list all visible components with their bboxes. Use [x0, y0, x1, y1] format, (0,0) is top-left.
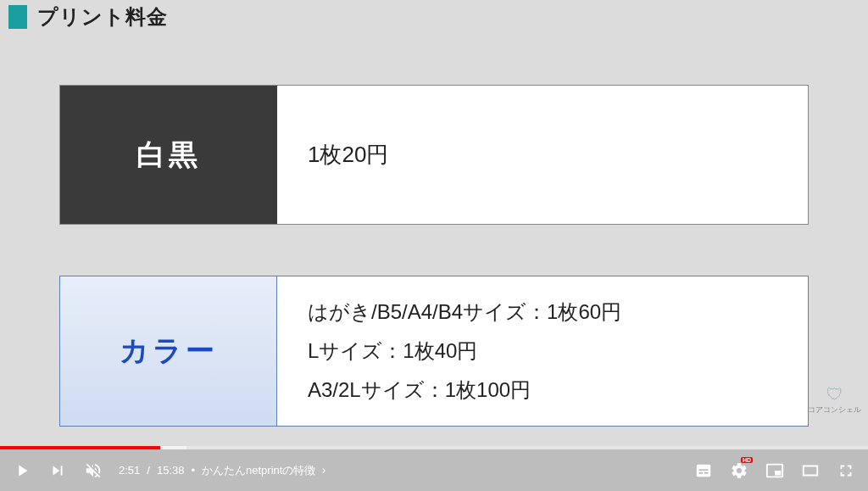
- color-label: カラー: [60, 276, 277, 426]
- mute-icon: [84, 461, 103, 480]
- miniplayer-button[interactable]: [765, 460, 785, 481]
- video-frame[interactable]: プリント料金 白黒 1枚20円 カラー はがき/B5/A4/B4サイズ：1枚60…: [0, 0, 868, 449]
- theater-button[interactable]: [800, 460, 821, 481]
- watermark-text: コアコンシェル: [808, 405, 861, 416]
- chapter-separator: •: [191, 464, 195, 477]
- right-controls: HD: [693, 460, 856, 481]
- shield-icon: 🛡: [826, 385, 843, 405]
- miniplayer-icon: [765, 461, 784, 480]
- subtitles-button[interactable]: [693, 460, 714, 481]
- channel-watermark[interactable]: 🛡 コアコンシェル: [808, 385, 861, 416]
- time-display: 2:51 / 15:38 • かんたんnetprintの特徴: [119, 463, 329, 478]
- progress-played: [0, 446, 160, 449]
- color-price-2: Lサイズ：1枚40円: [308, 338, 808, 365]
- mute-button[interactable]: [83, 460, 103, 481]
- next-icon: [48, 461, 67, 480]
- price-row-bw: 白黒 1枚20円: [59, 85, 809, 225]
- theater-icon: [801, 461, 820, 480]
- progress-loaded: [160, 446, 186, 449]
- chapter-button[interactable]: かんたんnetprintの特徴: [202, 463, 329, 478]
- header-accent: [8, 5, 27, 29]
- fullscreen-button[interactable]: [836, 460, 856, 481]
- color-price-1: はがき/B5/A4/B4サイズ：1枚60円: [308, 299, 808, 326]
- gear-icon: [730, 461, 748, 480]
- time-separator: /: [147, 464, 150, 477]
- chevron-right-icon: [319, 466, 329, 476]
- subtitles-icon: [694, 461, 713, 480]
- chapter-title-text: かんたんnetprintの特徴: [202, 463, 315, 478]
- play-button[interactable]: [12, 460, 32, 481]
- progress-bar[interactable]: [0, 446, 868, 449]
- next-button[interactable]: [47, 460, 68, 481]
- slide-header: プリント料金: [8, 3, 168, 31]
- color-prices: はがき/B5/A4/B4サイズ：1枚60円 Lサイズ：1枚40円 A3/2Lサイ…: [277, 276, 808, 426]
- bw-label: 白黒: [60, 86, 277, 224]
- color-price-3: A3/2Lサイズ：1枚100円: [308, 377, 808, 404]
- settings-button[interactable]: HD: [729, 460, 749, 481]
- player-controls: 2:51 / 15:38 • かんたんnetprintの特徴 HD: [0, 449, 868, 491]
- price-row-color: カラー はがき/B5/A4/B4サイズ：1枚60円 Lサイズ：1枚40円 A3/…: [59, 276, 809, 427]
- slide-title: プリント料金: [37, 3, 168, 31]
- play-icon: [13, 461, 31, 480]
- hd-badge: HD: [741, 457, 753, 463]
- fullscreen-icon: [837, 461, 855, 480]
- current-time: 2:51: [119, 464, 140, 477]
- duration: 15:38: [157, 464, 185, 477]
- bw-price: 1枚20円: [277, 86, 808, 224]
